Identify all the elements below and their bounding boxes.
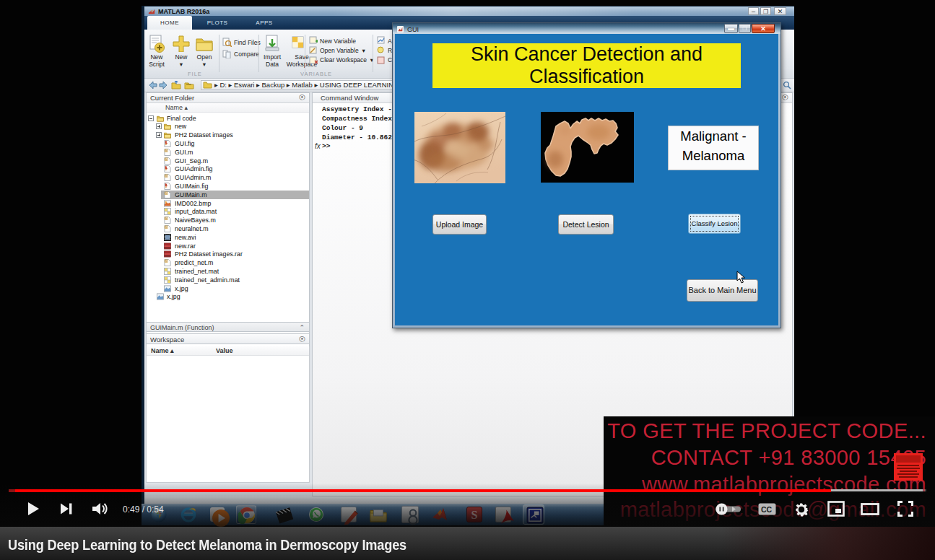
svg-text:fx: fx (165, 260, 168, 263)
svg-text:fx: fx (165, 175, 168, 178)
svg-text:fx: fx (165, 217, 168, 220)
svg-text:fx: fx (165, 226, 168, 229)
svg-text:fx: fx (165, 149, 168, 152)
svg-text:fx: fx (165, 158, 168, 161)
svg-text:CC: CC (761, 505, 773, 514)
svg-text:fx: fx (165, 192, 168, 195)
